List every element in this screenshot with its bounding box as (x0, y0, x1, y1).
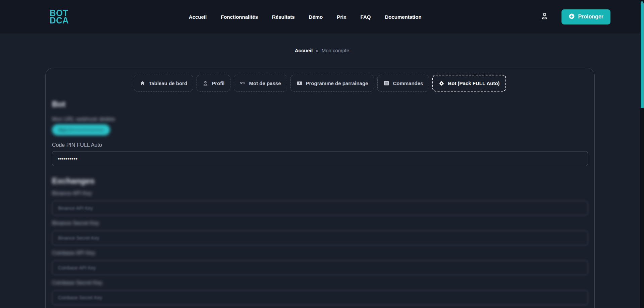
scrollbar-track[interactable] (640, 0, 644, 308)
prolonger-label: Prolonger (578, 14, 603, 20)
account-tabs: Tableau de bord Profil Mot de passe (52, 75, 588, 91)
brand-logo[interactable]: BOT DCA (50, 9, 69, 24)
coinbase-api-key-label: Coinbase API Key (52, 250, 588, 256)
binance-secret-key-input[interactable] (52, 231, 588, 245)
coinbase-secret-key-label: Coinbase Secret Key (52, 280, 588, 286)
exchanges-section-heading: Exchanges (52, 176, 588, 186)
tab-profil[interactable]: Profil (197, 75, 230, 91)
user-icon (203, 80, 208, 86)
nav-item-prix[interactable]: Prix (337, 14, 346, 20)
tab-tableau-de-bord[interactable]: Tableau de bord (134, 75, 193, 91)
tab-mot-de-passe[interactable]: Mot de passe (234, 75, 287, 91)
pin-code-label: Code PIN FULL Auto (52, 142, 588, 148)
gear-icon (439, 80, 444, 86)
bot-settings-form: Bot Mon URL webhook dédiée https://•••••… (52, 100, 588, 305)
key-icon (240, 80, 246, 86)
binance-api-key-label: Binance API Key (52, 190, 588, 196)
plus-circle-icon (569, 13, 575, 21)
binance-api-key-group: Binance API Key (52, 190, 588, 215)
account-card: Tableau de bord Profil Mot de passe (45, 68, 595, 308)
brand-logo-line2: DCA (50, 17, 69, 24)
nav-item-documentation[interactable]: Documentation (385, 14, 421, 20)
coinbase-secret-key-input[interactable] (52, 290, 588, 305)
tab-label: Mot de passe (249, 80, 281, 86)
tab-label: Bot (Pack FULL Auto) (448, 80, 499, 86)
banknote-icon (297, 80, 303, 86)
breadcrumb-home-link[interactable]: Accueil (295, 48, 313, 53)
binance-secret-key-label: Binance Secret Key (52, 220, 588, 226)
tab-commandes[interactable]: Commandes (377, 75, 429, 91)
breadcrumb: Accueil » Mon compte (0, 34, 644, 53)
tab-label: Commandes (393, 80, 423, 86)
coinbase-secret-key-group: Coinbase Secret Key (52, 280, 588, 305)
scrollbar-up-arrow[interactable] (641, 1, 643, 3)
webhook-url-label: Mon URL webhook dédiée (52, 116, 588, 122)
tab-bot-pack-full-auto[interactable]: Bot (Pack FULL Auto) (432, 75, 506, 91)
prolonger-button[interactable]: Prolonger (561, 9, 610, 24)
nav-item-resultats[interactable]: Résultats (272, 14, 295, 20)
webhook-url-pill[interactable]: https://••••••••••••••••••••••• (52, 124, 110, 135)
pin-code-input[interactable] (52, 151, 588, 166)
navbar-right: Prolonger (540, 9, 610, 24)
nav-item-fonctionnalites[interactable]: Fonctionnalités (221, 14, 258, 20)
binance-secret-key-group: Binance Secret Key (52, 220, 588, 245)
coinbase-api-key-group: Coinbase API Key (52, 250, 588, 275)
coinbase-api-key-input[interactable] (52, 260, 588, 275)
bot-section-heading: Bot (52, 100, 588, 109)
binance-api-key-input[interactable] (52, 201, 588, 215)
tab-label: Profil (212, 80, 224, 86)
home-icon (140, 80, 145, 86)
top-navbar: BOT DCA Accueil Fonctionnalités Résultat… (0, 0, 644, 34)
account-button[interactable] (540, 12, 549, 21)
nav-item-accueil[interactable]: Accueil (189, 14, 207, 20)
user-icon (540, 12, 549, 21)
list-icon (383, 80, 389, 86)
breadcrumb-current: Mon compte (322, 48, 350, 53)
tab-programme-de-parrainage[interactable]: Programme de parrainage (290, 75, 374, 91)
main-nav: Accueil Fonctionnalités Résultats Démo P… (70, 14, 540, 20)
nav-item-faq[interactable]: FAQ (361, 14, 371, 20)
tab-label: Tableau de bord (149, 80, 187, 86)
nav-item-demo[interactable]: Démo (309, 14, 323, 20)
breadcrumb-separator: » (316, 48, 318, 53)
scrollbar-thumb[interactable] (641, 3, 644, 108)
tab-label: Programme de parrainage (306, 80, 368, 86)
